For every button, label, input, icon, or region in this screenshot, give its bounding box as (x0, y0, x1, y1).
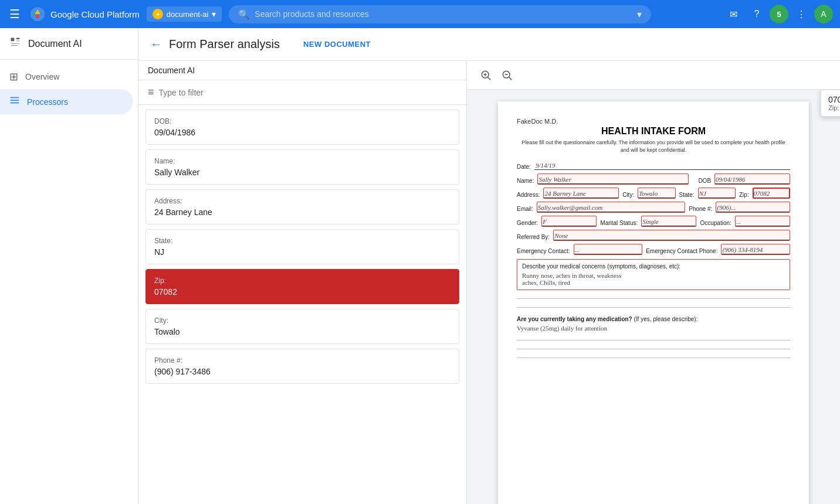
notifications-icon: ✉ (730, 9, 737, 20)
concerns-box: Describe your medical concerns (symptoms… (517, 259, 790, 290)
state-field: NJ (698, 189, 736, 198)
emergency-phone-value: (906) 334-8194 (722, 246, 763, 253)
name-dob-row: Name: Sally Walker DOB 09/04/1986 (517, 175, 790, 184)
svg-rect-11 (11, 103, 19, 104)
city-value: Towalo (639, 190, 658, 197)
document-viewer: FakeDoc M.D. HEALTH INTAKE FORM Please f… (467, 61, 840, 504)
extracted-field-item[interactable]: Name:Sally Walker (145, 149, 459, 185)
svg-point-1 (36, 15, 39, 18)
more-button[interactable]: ⋮ (791, 4, 812, 25)
project-chevron-icon: ▾ (212, 9, 216, 19)
city-label: City: (622, 192, 634, 198)
svg-rect-7 (11, 43, 20, 44)
tooltip-label: Zip: (828, 104, 840, 111)
field-label: City: (154, 316, 451, 325)
page-title: Form Parser analysis (169, 38, 280, 51)
gender-outline (541, 216, 597, 227)
field-label: Zip: (154, 277, 451, 285)
viewer-toolbar (467, 61, 840, 90)
field-label: State: (154, 237, 451, 245)
dob-field: 09/04/1986 (714, 175, 790, 184)
project-selector[interactable]: ✦ document-ai ▾ (147, 6, 222, 22)
phone-field: (906)... (716, 203, 790, 212)
menu-icon[interactable]: ☰ (7, 5, 22, 23)
extracted-field-item[interactable]: Address:24 Barney Lane (145, 189, 459, 224)
zoom-in-button[interactable] (476, 66, 495, 84)
extracted-field-item[interactable]: State:NJ (145, 229, 459, 264)
new-document-button[interactable]: NEW DOCUMENT (299, 36, 375, 52)
main-content: ← Form Parser analysis NEW DOCUMENT Docu… (138, 28, 840, 504)
sidebar-item-processors[interactable]: Processors (0, 89, 133, 114)
sidebar: Document AI ⊞ Overview Processors (0, 28, 138, 504)
back-button[interactable]: ← (150, 38, 162, 51)
phone-value: (906)... (717, 204, 736, 211)
field-value: NJ (154, 247, 451, 257)
field-label: Address: (154, 197, 451, 205)
date-label: Date: (517, 164, 531, 170)
emergency-phone-label: Emergency Contact Phone: (646, 248, 717, 254)
address-field: 24 Barney Lane (543, 189, 619, 198)
marital-field: Single (641, 217, 696, 226)
help-button[interactable]: ? (746, 4, 767, 25)
badge-count: 5 (777, 10, 781, 19)
referred-value: None (554, 232, 568, 239)
badge-button[interactable]: 5 (770, 5, 788, 23)
address-value: 24 Barney Lane (544, 190, 585, 197)
svg-line-13 (488, 77, 491, 80)
sidebar-nav: ⊞ Overview Processors (0, 60, 138, 119)
address-row: Address: 24 Barney Lane City: Towalo Sta… (517, 189, 790, 198)
occupation-field: ... (735, 217, 790, 226)
field-value: Towalo (154, 327, 451, 336)
expand-icon: ▾ (637, 9, 642, 20)
field-label: Name: (154, 157, 451, 165)
svg-rect-10 (11, 100, 19, 101)
brand-name: Google Cloud Platform (50, 9, 140, 19)
extracted-field-item[interactable]: Zip:07082 (145, 269, 459, 304)
extracted-field-item[interactable]: City:Towalo (145, 309, 459, 344)
sidebar-label-overview: Overview (25, 72, 59, 81)
notifications-button[interactable]: ✉ (723, 4, 744, 25)
filter-icon: ≡ (148, 86, 154, 98)
extracted-panel: Document AI ≡ DOB:09/04/1986Name:Sally W… (138, 61, 467, 504)
overview-icon: ⊞ (9, 70, 18, 83)
date-row: Date: 9/14/19 (517, 161, 790, 170)
project-name: document-ai (167, 10, 209, 19)
more-icon: ⋮ (797, 9, 806, 20)
field-value: 24 Barney Lane (154, 207, 451, 217)
name-field: Sally Walker (537, 175, 689, 184)
extracted-field-item[interactable]: Phone #:(906) 917-3486 (145, 349, 459, 384)
date-field: 9/14/19 (534, 161, 790, 170)
referred-field: None (553, 231, 790, 240)
form-subtitle: Please fill out the questionnaire carefu… (517, 139, 790, 154)
concerns-text: Runny nose, aches in throat, weaknessach… (522, 272, 785, 286)
date-value: 9/14/19 (536, 162, 556, 169)
phone-label: Phone #: (689, 206, 712, 212)
field-value: 09/04/1986 (154, 128, 451, 137)
field-label: DOB: (154, 117, 451, 125)
document-canvas: FakeDoc M.D. HEALTH INTAKE FORM Please f… (467, 90, 840, 504)
referred-label: Referred By: (517, 234, 550, 240)
divider-1 (517, 298, 790, 299)
search-input[interactable] (255, 9, 632, 19)
document-page: FakeDoc M.D. HEALTH INTAKE FORM Please f… (498, 101, 809, 504)
filter-input[interactable] (159, 88, 457, 97)
tooltip-value: 07082 (828, 95, 840, 104)
zoom-out-button[interactable] (497, 66, 516, 84)
extracted-field-item[interactable]: DOB:09/04/1986 (145, 110, 459, 145)
top-navbar: ☰ Google Cloud Platform ✦ document-ai ▾ … (0, 0, 840, 28)
dob-value: 09/04/1986 (716, 176, 745, 183)
state-label: State: (679, 192, 695, 198)
sidebar-header: Document AI (0, 28, 138, 60)
svg-rect-6 (16, 41, 20, 42)
avatar-initials: A (821, 9, 826, 19)
field-value: (906) 917-3486 (154, 367, 451, 376)
sidebar-item-overview[interactable]: ⊞ Overview (0, 64, 133, 89)
filter-header: ≡ (138, 80, 466, 105)
svg-rect-8 (11, 45, 18, 46)
sidebar-label-processors: Processors (27, 97, 68, 107)
field-value: Sally Walker (154, 168, 451, 177)
email-field: Sally.walker@gmail.com (537, 203, 685, 212)
divider-4 (517, 349, 790, 349)
brand: Google Cloud Platform (29, 6, 140, 22)
avatar[interactable]: A (814, 5, 833, 23)
